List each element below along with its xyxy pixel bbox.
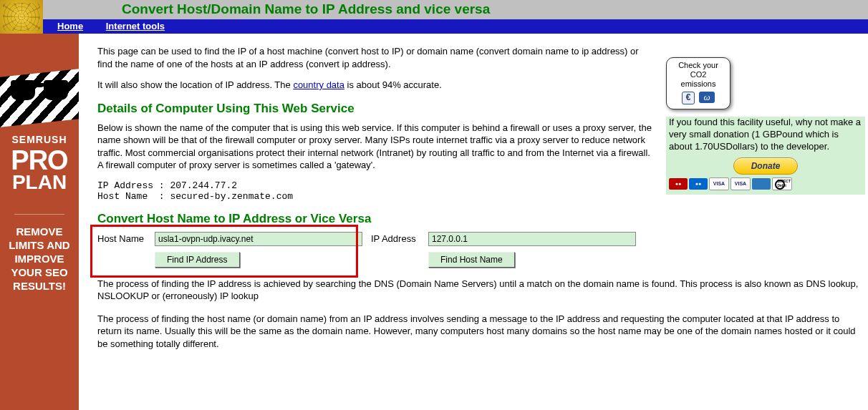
country-data-link[interactable]: country data [293,79,344,90]
visa-icon: VISA [709,177,729,190]
site-logo[interactable] [0,0,43,34]
ad-brand: SEMRUSH [0,134,79,145]
find-ip-button[interactable]: Find IP Address [155,252,240,268]
host-name-input[interactable] [155,232,362,246]
visa2-icon: VISA [730,177,751,190]
nav-bar: Home Internet tools [0,19,868,34]
euro-icon: € [682,92,695,104]
ip-address-label: IP Address [371,233,428,244]
co2-widget[interactable]: Check your CO2 emissions € ω [666,57,730,109]
ip-address-input[interactable] [428,232,636,246]
maestro-icon: ●● [689,178,708,190]
donate-text: If you found this facility useful, why n… [669,117,861,152]
explain-paragraph-2: The process of finding the host name (or… [97,313,864,351]
page-title: Convert Host/Domain Name to IP Address a… [0,0,868,17]
donate-box: If you found this facility useful, why n… [666,117,865,195]
find-host-button[interactable]: Find Host Name [428,252,515,268]
intro-paragraph-1: This page can be used to find the IP of … [97,45,656,70]
ad-plan: PLAN [0,172,79,192]
payment-cards: ●● ●● VISA VISA DIRECTDebit [669,177,862,190]
directdebit-icon: DIRECTDebit [772,177,792,190]
host-name-label: Host Name [97,233,155,244]
ad-pro: PRO [0,148,79,172]
w-icon: ω [699,92,715,103]
sunglasses-icon [11,80,68,104]
ad-tagline: REMOVE LIMITS AND IMPROVE YOUR SEO RESUL… [0,225,79,293]
convert-heading: Convert Host Name to IP Address or Vice … [97,212,868,226]
mastercard-icon: ●● [669,178,688,190]
intro-paragraph-2: It will also show the location of IP add… [97,79,656,92]
details-paragraph: Below is shown the name of the computer … [97,122,656,172]
amex-icon [752,178,771,190]
nav-internet-tools[interactable]: Internet tools [106,19,165,34]
header-bar: Convert Host/Domain Name to IP Address a… [0,0,868,19]
nav-home[interactable]: Home [57,19,83,34]
left-ad-sidebar: SEMRUSH PRO PLAN REMOVE LIMITS AND IMPRO… [0,34,79,410]
explain-paragraph-1: The process of finding the IP address is… [97,278,864,303]
donate-button[interactable]: Donate [733,157,798,175]
semrush-ad[interactable]: SEMRUSH PRO PLAN REMOVE LIMITS AND IMPRO… [0,34,79,410]
